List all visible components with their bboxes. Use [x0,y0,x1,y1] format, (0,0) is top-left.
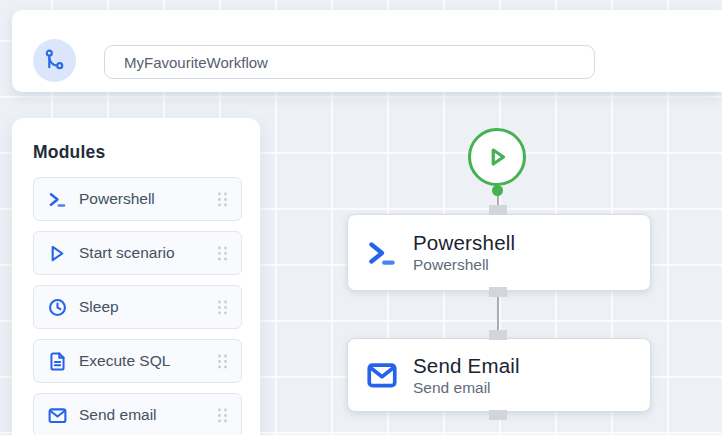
module-label: Send email [79,406,157,424]
module-list: Powershell Start scenario [33,177,241,435]
file-text-icon [47,351,68,372]
module-item-sleep[interactable]: Sleep [33,285,242,329]
play-icon [482,142,512,172]
node-title: Powershell [413,231,515,255]
module-item-execute-sql[interactable]: Execute SQL [33,339,242,383]
terminal-icon [365,236,399,270]
node-title: Send Email [413,354,520,378]
canvas-node-powershell[interactable]: Powershell Powershell [347,214,651,291]
drag-handle-icon[interactable] [216,245,229,262]
module-label: Execute SQL [79,352,170,370]
drag-handle-icon[interactable] [216,353,229,370]
module-item-start-scenario[interactable]: Start scenario [33,231,242,275]
clock-icon [47,297,68,318]
mail-icon [365,358,399,392]
sendemail-node-output-port[interactable] [489,410,507,420]
git-branch-icon [42,48,67,73]
module-label: Sleep [79,298,119,316]
drag-handle-icon[interactable] [216,191,229,208]
modules-panel: Modules Powershell [12,118,260,435]
header-bar [12,10,722,92]
play-icon [47,243,68,264]
workflow-avatar [33,39,76,82]
drag-handle-icon[interactable] [216,299,229,316]
powershell-node-input-port[interactable] [489,205,507,215]
start-node[interactable] [468,128,526,186]
modules-panel-title: Modules [33,142,241,163]
workflow-name-input[interactable] [104,45,595,79]
canvas-node-sendemail[interactable]: Send Email Send email [347,338,651,412]
module-item-powershell[interactable]: Powershell [33,177,242,221]
module-label: Start scenario [79,244,175,262]
terminal-icon [47,189,68,210]
module-item-send-email[interactable]: Send email [33,393,242,435]
node-subtitle: Powershell [413,256,515,274]
drag-handle-icon[interactable] [216,407,229,424]
start-node-output-port[interactable] [492,185,503,196]
powershell-node-output-port[interactable] [489,287,507,297]
mail-icon [47,405,68,426]
module-label: Powershell [79,190,155,208]
sendemail-node-input-port[interactable] [489,330,507,340]
edge-powershell-to-sendemail [497,297,499,333]
workflow-editor: { "header": { "workflow_icon": "git-bran… [0,0,722,435]
node-subtitle: Send email [413,379,520,397]
